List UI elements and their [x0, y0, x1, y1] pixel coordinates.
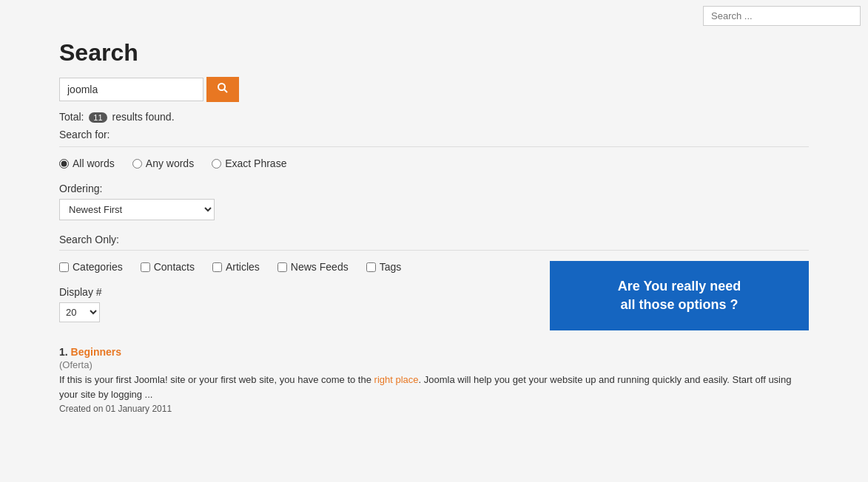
- results-suffix: results found.: [112, 111, 175, 123]
- page-wrapper: Search Total: 11 results found. Search f…: [0, 0, 868, 482]
- result-highlight: right place: [374, 374, 419, 385]
- checkbox-tags[interactable]: Tags: [366, 261, 402, 273]
- display-select[interactable]: 20 10 50 100: [59, 302, 100, 322]
- radio-exact-phrase-input[interactable]: [212, 159, 221, 169]
- radio-any-words-input[interactable]: [132, 159, 142, 169]
- checkbox-articles-label: Articles: [226, 261, 260, 273]
- checkbox-news-feeds[interactable]: News Feeds: [277, 261, 349, 273]
- result-description: If this is your first Joomla! site or yo…: [59, 373, 809, 401]
- results-info: Total: 11 results found.: [59, 111, 809, 123]
- checkbox-categories[interactable]: Categories: [59, 261, 123, 273]
- tooltip-box: Are You really need all those options ?: [550, 261, 809, 330]
- search-for-label: Search for:: [59, 129, 809, 140]
- checkbox-contacts[interactable]: Contacts: [141, 261, 195, 273]
- tooltip-line1: Are You really need: [572, 277, 787, 296]
- radio-any-words[interactable]: Any words: [132, 157, 194, 169]
- result-date: Created on 01 January 2011: [59, 404, 809, 414]
- search-input[interactable]: [59, 78, 203, 101]
- result-item: 1. Beginners (Oferta) If this is your fi…: [59, 346, 809, 414]
- radio-all-words-label: All words: [73, 157, 115, 169]
- search-only-label: Search Only:: [59, 234, 809, 245]
- checkbox-news-feeds-input[interactable]: [277, 262, 287, 272]
- result-header: 1. Beginners: [59, 346, 809, 358]
- radio-all-words[interactable]: All words: [59, 157, 115, 169]
- checkbox-tags-input[interactable]: [366, 262, 376, 272]
- result-subtitle: (Oferta): [59, 359, 809, 370]
- checkbox-categories-label: Categories: [73, 261, 123, 273]
- header-search-input[interactable]: [703, 6, 861, 26]
- divider-1: [59, 146, 809, 147]
- main-content: Search Total: 11 results found. Search f…: [0, 32, 868, 439]
- result-number: 1.: [59, 346, 71, 358]
- header-search-bar: [0, 0, 868, 32]
- radio-group: All words Any words Exact Phrase: [59, 157, 809, 169]
- svg-line-1: [224, 89, 227, 92]
- checkbox-contacts-label: Contacts: [154, 261, 195, 273]
- result-title-link[interactable]: Beginners: [71, 346, 121, 358]
- divider-2: [59, 250, 809, 251]
- radio-exact-phrase-label: Exact Phrase: [225, 157, 286, 169]
- radio-any-words-label: Any words: [146, 157, 194, 169]
- search-row: [59, 77, 809, 102]
- ordering-label: Ordering:: [59, 183, 809, 194]
- search-button[interactable]: [206, 77, 239, 102]
- results-prefix: Total:: [59, 111, 84, 123]
- svg-point-0: [218, 84, 225, 90]
- checkbox-contacts-input[interactable]: [141, 262, 150, 272]
- search-icon: [217, 82, 229, 94]
- results-badge: 11: [89, 112, 107, 123]
- checkbox-news-feeds-label: News Feeds: [291, 261, 349, 273]
- checkbox-articles[interactable]: Articles: [212, 261, 260, 273]
- results-list: 1. Beginners (Oferta) If this is your fi…: [59, 346, 809, 414]
- checkbox-categories-input[interactable]: [59, 262, 69, 272]
- page-title: Search: [59, 39, 809, 67]
- checkbox-articles-input[interactable]: [212, 262, 222, 272]
- ordering-select[interactable]: Newest First Oldest First Most Popular A…: [59, 199, 215, 220]
- radio-exact-phrase[interactable]: Exact Phrase: [212, 157, 286, 169]
- radio-all-words-input[interactable]: [59, 159, 69, 169]
- tooltip-line2: all those options ?: [572, 296, 787, 314]
- checkbox-tags-label: Tags: [380, 261, 402, 273]
